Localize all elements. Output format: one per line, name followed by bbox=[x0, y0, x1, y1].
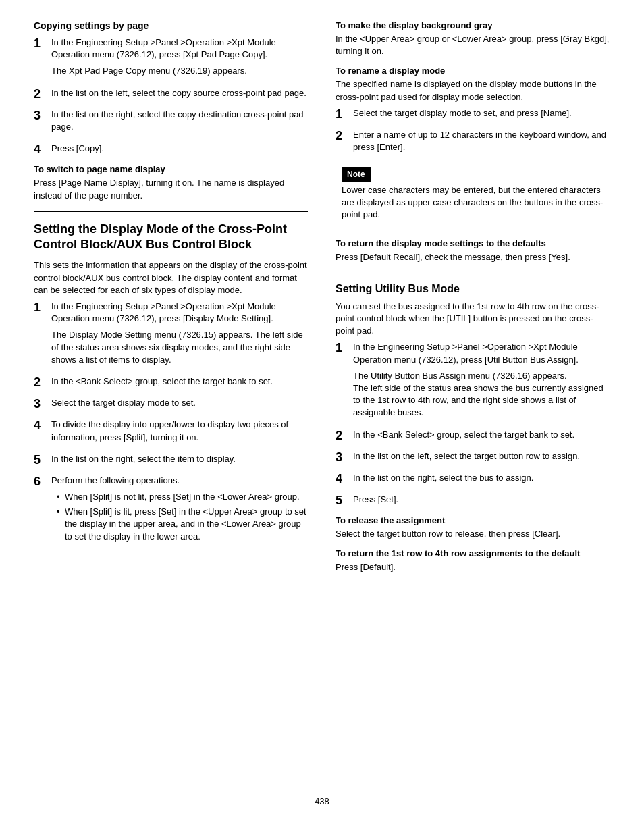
divider-1 bbox=[34, 211, 308, 212]
rename-title: To rename a display mode bbox=[336, 65, 610, 76]
section-copying-settings: Copying settings by page 1 In the Engine… bbox=[34, 20, 308, 202]
left-column: Copying settings by page 1 In the Engine… bbox=[34, 20, 308, 783]
step-num: 3 bbox=[336, 450, 350, 467]
step-content: In the Engineering Setup >Panel >Operati… bbox=[51, 36, 308, 82]
step-num: 1 bbox=[336, 107, 350, 124]
section-display-mode: Setting the Display Mode of the Cross-Po… bbox=[34, 221, 308, 546]
two-column-layout: Copying settings by page 1 In the Engine… bbox=[34, 20, 610, 783]
step-text: In the list on the right, select the bus… bbox=[353, 472, 610, 484]
step-content: To divide the display into upper/lower t… bbox=[51, 419, 308, 447]
bullet-2: When [Split] is lit, press [Set] in the … bbox=[57, 506, 308, 543]
step-content: In the list on the left, select the targ… bbox=[353, 450, 610, 467]
step-note: The Utility Button Bus Assign menu (7326… bbox=[353, 370, 610, 419]
step-num: 5 bbox=[34, 453, 49, 469]
step-1-1: 1 In the Engineering Setup >Panel >Opera… bbox=[34, 36, 308, 82]
gray-bg-text: In the <Upper Area> group or <Lower Area… bbox=[336, 33, 610, 57]
rename-step-2: 2 Enter a name of up to 12 characters in… bbox=[336, 129, 610, 157]
step-text: In the <Bank Select> group, select the t… bbox=[51, 375, 308, 388]
section-rename-mode: To rename a display mode The specified n… bbox=[336, 65, 610, 230]
step-2-1: 1 In the Engineering Setup >Panel >Opera… bbox=[34, 300, 308, 370]
note-label: Note bbox=[342, 167, 371, 182]
step-num: 4 bbox=[34, 419, 49, 447]
step-2-5: 5 In the list on the right, select the i… bbox=[34, 453, 308, 469]
step-num: 3 bbox=[34, 109, 49, 137]
step-content: Enter a name of up to 12 characters in t… bbox=[353, 129, 610, 157]
step-1-4: 4 Press [Copy]. bbox=[34, 142, 308, 159]
step-text: In the Engineering Setup >Panel >Operati… bbox=[51, 36, 308, 61]
utility-bus-title: Setting Utility Bus Mode bbox=[336, 283, 610, 295]
step-2-4: 4 To divide the display into upper/lower… bbox=[34, 419, 308, 447]
bullet-1: When [Split] is not lit, press [Set] in … bbox=[57, 491, 308, 503]
release-assignment: To release the assignment Select the tar… bbox=[336, 515, 610, 540]
ub-step-4: 4 In the list on the right, select the b… bbox=[336, 472, 610, 488]
step-note: The Display Mode Setting menu (7326.15) … bbox=[51, 329, 308, 366]
ub-step-3: 3 In the list on the left, select the ta… bbox=[336, 450, 610, 467]
step-num: 5 bbox=[336, 494, 350, 510]
divider-2 bbox=[336, 273, 610, 273]
page-number: 438 bbox=[34, 796, 610, 806]
utility-bus-steps: 1 In the Engineering Setup >Panel >Opera… bbox=[336, 341, 610, 510]
ub-step-5: 5 Press [Set]. bbox=[336, 494, 610, 510]
return-default-rows: To return the 1st row to 4th row assignm… bbox=[336, 548, 610, 573]
step-text: In the list on the left, select the copy… bbox=[51, 87, 308, 99]
step-num: 4 bbox=[34, 142, 49, 159]
step-content: In the list on the right, select the cop… bbox=[51, 109, 308, 137]
section2-title: Setting the Display Mode of the Cross-Po… bbox=[34, 221, 308, 253]
step-1-3: 3 In the list on the right, select the c… bbox=[34, 109, 308, 137]
ub-step-1: 1 In the Engineering Setup >Panel >Opera… bbox=[336, 341, 610, 423]
section2-intro: This sets the information that appears o… bbox=[34, 259, 308, 296]
step-note: The Xpt Pad Page Copy menu (7326.19) app… bbox=[51, 65, 308, 77]
step-text: In the Engineering Setup >Panel >Operati… bbox=[353, 341, 610, 365]
step-content: In the Engineering Setup >Panel >Operati… bbox=[353, 341, 610, 423]
page: Copying settings by page 1 In the Engine… bbox=[0, 0, 644, 840]
step-text: In the list on the right, select the cop… bbox=[51, 109, 308, 133]
step-text: Enter a name of up to 12 characters in t… bbox=[353, 129, 610, 153]
gray-bg-title: To make the display background gray bbox=[336, 20, 610, 30]
step-content: In the <Bank Select> group, select the t… bbox=[51, 375, 308, 392]
step-1-2: 2 In the list on the left, select the co… bbox=[34, 87, 308, 103]
step-content: Press [Copy]. bbox=[51, 142, 308, 159]
step-text: Press [Copy]. bbox=[51, 142, 308, 155]
step-content: In the <Bank Select> group, select the t… bbox=[353, 429, 610, 445]
step-num: 3 bbox=[34, 397, 49, 413]
utility-bus-intro: You can set the bus assigned to the 1st … bbox=[336, 300, 610, 338]
step-text: Select the target display mode to set. bbox=[51, 397, 308, 409]
step-content: Select the target display mode to set. bbox=[51, 397, 308, 413]
subsection-title: To switch to page name display bbox=[34, 164, 308, 174]
section1-steps: 1 In the Engineering Setup >Panel >Opera… bbox=[34, 36, 308, 159]
step-num: 1 bbox=[336, 341, 350, 423]
right-column: To make the display background gray In t… bbox=[336, 20, 610, 783]
step-text: In the <Bank Select> group, select the t… bbox=[353, 429, 610, 441]
note-text: Lower case characters may be entered, bu… bbox=[342, 184, 604, 221]
step-bullets: When [Split] is not lit, press [Set] in … bbox=[57, 491, 308, 543]
step-num: 2 bbox=[336, 129, 350, 157]
step-text: In the list on the right, select the ite… bbox=[51, 453, 308, 465]
step-text: To divide the display into upper/lower t… bbox=[51, 419, 308, 443]
section-utility-bus: Setting Utility Bus Mode You can set the… bbox=[336, 283, 610, 574]
section-return-defaults: To return the display mode settings to t… bbox=[336, 238, 610, 263]
section-gray-bg: To make the display background gray In t… bbox=[336, 20, 610, 57]
rename-intro: The specified name is displayed on the d… bbox=[336, 78, 610, 103]
section1-title: Copying settings by page bbox=[34, 20, 308, 31]
step-content: In the list on the right, select the ite… bbox=[51, 453, 308, 469]
step-content: Perform the following operations. When [… bbox=[51, 475, 308, 546]
step-content: Select the target display mode to set, a… bbox=[353, 107, 610, 124]
return-defaults-title: To return the display mode settings to t… bbox=[336, 238, 610, 248]
return-rows-text: Press [Default]. bbox=[336, 561, 610, 573]
subsection-text: Press [Page Name Display], turning it on… bbox=[34, 177, 308, 201]
step-2-3: 3 Select the target display mode to set. bbox=[34, 397, 308, 413]
step-text: Select the target display mode to set, a… bbox=[353, 107, 610, 120]
note-box: Note Lower case characters may be entere… bbox=[336, 163, 610, 230]
step-text: Press [Set]. bbox=[353, 494, 610, 506]
step-text: In the Engineering Setup >Panel >Operati… bbox=[51, 300, 308, 325]
step-num: 1 bbox=[34, 300, 49, 370]
step-num: 4 bbox=[336, 472, 350, 488]
step-content: Press [Set]. bbox=[353, 494, 610, 510]
step-content: In the list on the right, select the bus… bbox=[353, 472, 610, 488]
step-2-2: 2 In the <Bank Select> group, select the… bbox=[34, 375, 308, 392]
release-text: Select the target button row to release,… bbox=[336, 528, 610, 540]
section2-steps: 1 In the Engineering Setup >Panel >Opera… bbox=[34, 300, 308, 546]
step-num: 2 bbox=[34, 87, 49, 103]
step-num: 2 bbox=[336, 429, 350, 445]
release-title: To release the assignment bbox=[336, 515, 610, 525]
